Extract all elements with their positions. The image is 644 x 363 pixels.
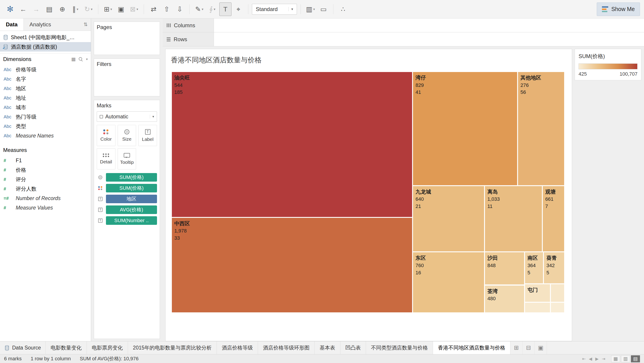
treemap-cell[interactable]: 屯门: [524, 284, 550, 302]
dropdown-caret-icon[interactable]: ▾: [110, 7, 112, 11]
sheet-tab[interactable]: 酒店价格等级环形图: [258, 341, 315, 354]
measure-field[interactable]: #Measure Values: [0, 203, 91, 212]
treemap-cell[interactable]: 东区76016: [412, 252, 484, 313]
measure-field[interactable]: =#Number of Records: [0, 194, 91, 203]
columns-field-area[interactable]: [214, 19, 644, 32]
dropdown-caret-icon[interactable]: ▾: [202, 7, 204, 11]
sheet-tab[interactable]: 不同类型酒店数量与价格: [366, 341, 433, 354]
treemap-cell[interactable]: 油尖旺544185: [172, 72, 412, 217]
treemap-cell[interactable]: [550, 302, 564, 313]
new-worksheet-button[interactable]: ⊞▾: [102, 3, 114, 16]
treemap-cell[interactable]: 荃湾480: [484, 285, 524, 313]
treemap-cell[interactable]: [524, 302, 550, 313]
save-button[interactable]: ▤: [43, 3, 55, 16]
tab-data[interactable]: Data: [0, 19, 24, 31]
clear-sheet-button[interactable]: ⊠▾: [128, 3, 140, 16]
filters-shelf[interactable]: Filters: [94, 59, 160, 96]
new-worksheet-tab-button[interactable]: ⊞: [510, 341, 522, 354]
dimension-field[interactable]: Abc名字: [0, 74, 91, 84]
dimension-field[interactable]: Abc类型: [0, 122, 91, 131]
dimension-field[interactable]: Abc价格等级: [0, 65, 91, 74]
run-auto-updates-button[interactable]: ↻▾: [82, 3, 94, 16]
tooltip-button[interactable]: Tooltip: [118, 148, 136, 169]
field-pill[interactable]: AVG(价格): [106, 205, 157, 214]
dropdown-caret-icon[interactable]: ▾: [77, 7, 78, 11]
color-button[interactable]: Color: [97, 125, 116, 146]
dimension-field[interactable]: Abc热门等级: [0, 112, 91, 122]
dimension-field[interactable]: AbcMeasure Names: [0, 131, 91, 140]
sheet-tab[interactable]: 2015年的电影数量与票房比较分析: [128, 341, 217, 354]
pause-auto-updates-button[interactable]: ∥▾: [69, 3, 82, 16]
label-button[interactable]: TLabel: [138, 125, 157, 146]
treemap-cell[interactable]: 湾仔82941: [412, 72, 518, 186]
treemap-cell[interactable]: 观塘6617: [542, 186, 564, 252]
swap-rows-columns-button[interactable]: ⇄: [148, 3, 160, 16]
measure-field[interactable]: #评分: [0, 175, 91, 184]
show-hide-cards-button[interactable]: ▥▾: [304, 3, 316, 16]
new-dashboard-button[interactable]: ⊟: [522, 341, 535, 354]
measure-field[interactable]: #价格: [0, 165, 91, 175]
sheet-tab[interactable]: 凹凸表: [340, 341, 366, 354]
data-source-item[interactable]: Sheet1 (中国电影网电影_…: [0, 33, 91, 42]
duplicate-sheet-button[interactable]: ▣: [115, 3, 127, 16]
dropdown-caret-icon[interactable]: ▾: [313, 7, 315, 11]
treemap-cell[interactable]: 南区3645: [524, 252, 544, 284]
redo-button[interactable]: →: [30, 3, 42, 16]
last-sheet-button[interactable]: ⇥: [602, 356, 605, 361]
sort-ascending-button[interactable]: ⇧: [160, 3, 173, 16]
data-source-item[interactable]: ✓酒店数据 (酒店数据): [0, 42, 91, 52]
show-me-button[interactable]: Show Me: [597, 3, 640, 16]
show-mark-labels-button[interactable]: T: [219, 3, 232, 16]
chevron-down-icon[interactable]: ▾: [150, 115, 154, 119]
show-filmstrip-view-button[interactable]: ▥: [621, 355, 630, 362]
sheet-tab[interactable]: 电影数量变化: [46, 341, 87, 354]
sort-descending-button[interactable]: ⇩: [174, 3, 186, 16]
view-data-grid-icon[interactable]: ▦: [71, 57, 76, 62]
presentation-mode-button[interactable]: ▭: [318, 3, 330, 16]
treemap-cell[interactable]: 沙田848: [484, 252, 524, 285]
field-pill[interactable]: SUM(价格): [106, 184, 157, 192]
previous-sheet-button[interactable]: ◀: [589, 356, 592, 361]
field-pill[interactable]: SUM(价格): [106, 173, 157, 182]
swap-panels-icon[interactable]: ⇅: [84, 19, 91, 31]
sheet-tab[interactable]: 基本表: [315, 341, 340, 354]
treemap-cell[interactable]: 其他地区27656: [518, 72, 564, 186]
panel-menu-caret-icon[interactable]: ▾: [86, 57, 88, 61]
dropdown-caret-icon[interactable]: ▾: [214, 7, 216, 11]
new-data-source-button[interactable]: ⊕: [56, 3, 68, 16]
next-sheet-button[interactable]: ▶: [595, 356, 598, 361]
treemap-cell[interactable]: 离岛1,03311: [484, 186, 542, 252]
measure-field[interactable]: #评分人数: [0, 184, 91, 194]
rows-field-area[interactable]: [214, 33, 644, 46]
treemap-cell[interactable]: [550, 284, 564, 302]
data-source-tab[interactable]: Data Source: [0, 341, 46, 354]
size-button[interactable]: Size: [118, 125, 136, 146]
columns-shelf[interactable]: Columns: [163, 19, 644, 33]
mark-type-select[interactable]: Automatic ▾: [97, 111, 157, 122]
fix-axes-button[interactable]: ⌖: [232, 3, 244, 16]
search-icon[interactable]: [79, 57, 83, 61]
dimension-field[interactable]: Abc城市: [0, 103, 91, 112]
dropdown-caret-icon[interactable]: ▾: [136, 7, 138, 11]
show-tabs-view-button[interactable]: ▦: [611, 355, 620, 362]
sheet-tab[interactable]: 酒店价格等级: [217, 341, 258, 354]
pages-shelf[interactable]: Pages: [94, 22, 160, 55]
treemap-cell[interactable]: 九龙城64021: [412, 186, 484, 252]
field-pill[interactable]: 地区: [106, 195, 157, 203]
dimension-field[interactable]: Abc地区: [0, 84, 91, 93]
measure-field[interactable]: #F1: [0, 156, 91, 165]
tableau-logo-icon[interactable]: ✻: [4, 3, 16, 16]
share-button[interactable]: ∴: [337, 3, 349, 16]
color-legend-card[interactable]: SUM(价格) 425 100,707: [575, 49, 641, 80]
chevron-down-icon[interactable]: ▾: [288, 7, 293, 11]
show-sheet-sorter-button[interactable]: ▤: [631, 355, 640, 362]
rows-shelf[interactable]: Rows: [163, 33, 644, 46]
dimension-field[interactable]: Abc地址: [0, 93, 91, 103]
first-sheet-button[interactable]: ⇤: [582, 356, 586, 361]
tab-analytics[interactable]: Analytics: [24, 19, 57, 31]
group-members-button[interactable]: ∮▾: [206, 3, 218, 16]
undo-button[interactable]: ←: [17, 3, 29, 16]
fit-select[interactable]: Standard▾: [252, 4, 297, 15]
detail-button[interactable]: Detail: [97, 148, 116, 169]
treemap-cell[interactable]: 葵青3425: [544, 252, 564, 284]
